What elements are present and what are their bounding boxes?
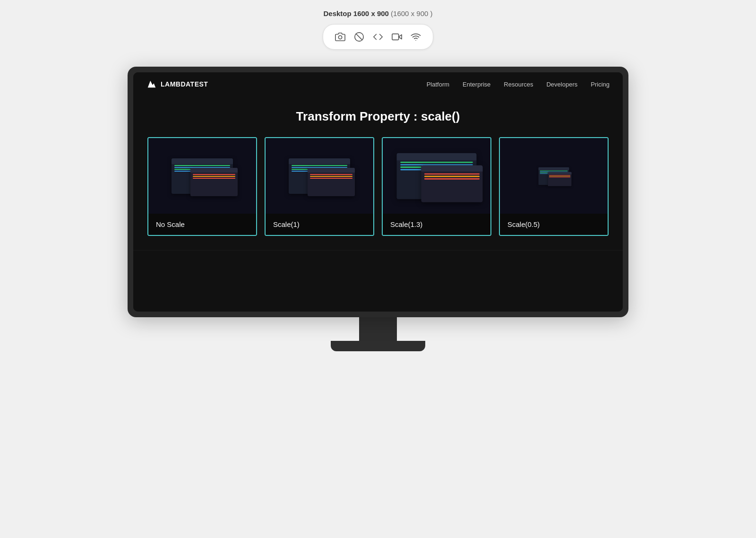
monitor-wrapper: LAMBDATEST Platform Enterprise Resources… [128,67,628,351]
scale-05-label: Scale(0.5) [500,214,608,235]
resolution-label: Desktop 1600 x 900 (1600 x 900 ) [324,9,433,17]
pricing-link[interactable]: Pricing [591,81,610,88]
scale-13-label: Scale(1.3) [383,214,490,235]
developers-link[interactable]: Developers [546,81,577,88]
logo: LAMBDATEST [146,79,208,89]
scale-05-card: Scale(0.5) [499,137,609,236]
logo-text: LAMBDATEST [161,80,208,88]
scale-1-label: Scale(1) [266,214,373,235]
enterprise-link[interactable]: Enterprise [463,81,490,88]
mini-window-8 [548,172,572,186]
no-entry-icon[interactable] [352,29,367,44]
camera-icon[interactable] [333,29,348,44]
nav-links: Platform Enterprise Resources Developers… [427,81,610,88]
scale-05-screenshot [539,167,569,185]
resources-link[interactable]: Resources [504,81,533,88]
no-scale-label: No Scale [148,214,256,235]
scale-05-preview [500,138,608,214]
cards-grid: No Scale Scale(1) [147,137,609,236]
no-scale-preview [148,138,256,214]
svg-line-2 [356,34,362,40]
mini-window-6 [421,165,483,202]
platform-link[interactable]: Platform [427,81,449,88]
svg-rect-4 [392,34,399,40]
page-title: Transform Property : scale() [147,109,609,124]
no-scale-card: No Scale [147,137,257,236]
navbar: LAMBDATEST Platform Enterprise Resources… [133,72,623,96]
scale-1-card: Scale(1) [265,137,374,236]
bottom-area [133,250,623,312]
monitor-stand-base [331,341,425,351]
monitor-stand-neck [359,317,397,341]
scale-13-screenshot [397,153,477,199]
scale-1-preview [266,138,373,214]
wifi-icon[interactable] [408,29,423,44]
code-icon[interactable] [370,29,386,44]
logo-icon [146,79,157,89]
scale-13-preview [383,138,490,214]
scale-13-card: Scale(1.3) [382,137,491,236]
monitor-screen: LAMBDATEST Platform Enterprise Resources… [133,72,623,312]
mini-window-2 [190,168,238,196]
page-content: Transform Property : scale() No Scale [133,96,623,250]
svg-marker-3 [399,35,402,39]
no-scale-screenshot [172,158,233,194]
toolbar [323,24,433,50]
scale-1-screenshot [289,158,350,194]
monitor: LAMBDATEST Platform Enterprise Resources… [128,67,628,317]
svg-point-0 [338,35,342,39]
video-icon[interactable] [389,29,404,44]
mini-window-4 [308,168,355,196]
